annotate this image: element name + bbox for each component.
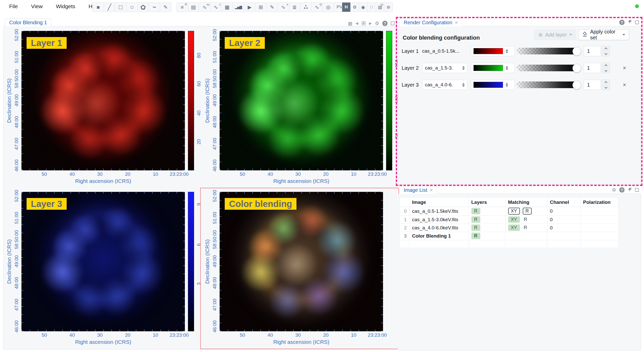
col-layers[interactable]: Layers xyxy=(469,198,505,207)
layer-list-button[interactable]: ≣ xyxy=(289,2,300,12)
tab-color-blending-1[interactable]: Color Blending 1 xyxy=(5,18,51,26)
matching-r-button[interactable]: R xyxy=(524,217,527,222)
remove-layer-button[interactable]: × xyxy=(623,65,626,72)
preferences-button[interactable]: ⚙ xyxy=(350,2,359,12)
image-panel-layer3[interactable]: Declination (ICRS) 52:00 51:00 58:50:00 … xyxy=(6,190,200,348)
alpha-slider[interactable] xyxy=(517,81,580,88)
remove-layer-button[interactable]: × xyxy=(623,81,626,88)
polyline-tool-button[interactable]: ~ xyxy=(149,2,160,12)
matching-xy-button[interactable]: XY xyxy=(508,208,520,215)
matching-r-button[interactable]: R xyxy=(524,225,527,230)
rectangle-tool-button[interactable]: □ xyxy=(115,2,126,12)
tab-image-list[interactable]: Image List × xyxy=(399,186,437,194)
edit-region-tool-button[interactable]: ✎ xyxy=(160,2,171,12)
matching-xy-button[interactable]: XY xyxy=(508,216,520,223)
sky-image-layer2[interactable]: Layer 2 xyxy=(220,31,383,170)
image-panel-layer1[interactable]: Declination (ICRS) 52:00 51:00 58:50:00 … xyxy=(6,29,200,187)
layout-button[interactable]: ⊞ xyxy=(255,2,267,12)
point-tool-button[interactable]: ■ xyxy=(92,2,104,12)
previous-page-icon[interactable]: ◀ xyxy=(355,21,358,25)
alpha-value-input[interactable]: 1 xyxy=(584,80,601,90)
profile-fitting-button[interactable]: ∿Q xyxy=(311,2,323,12)
sky-image-layer3[interactable]: Layer 3 xyxy=(21,192,185,331)
grid-compact-icon[interactable]: ▦ xyxy=(348,20,352,26)
smoothing-button[interactable]: ∷ xyxy=(367,2,376,12)
sky-image-layer1[interactable]: Layer 1 xyxy=(21,31,185,170)
polygon-tool-button[interactable] xyxy=(137,2,149,12)
maximize-icon[interactable] xyxy=(635,20,639,24)
grid-layout-icon[interactable]: ⊞ xyxy=(361,20,366,27)
image-panel-layer2[interactable]: Declination (ICRS) 52:00 51:00 58:50:00 … xyxy=(204,29,398,187)
raster-layer-badge[interactable]: R xyxy=(471,208,480,214)
spectral-profiler-button[interactable]: ∿z xyxy=(210,2,222,12)
menu-file[interactable]: File xyxy=(3,3,25,9)
menu-widgets[interactable]: Widgets xyxy=(49,3,82,9)
next-page-icon[interactable]: ▶ xyxy=(369,21,372,25)
apply-color-set-button[interactable]: Apply color set xyxy=(578,29,629,40)
matching-r-button[interactable]: R xyxy=(523,208,532,215)
catalog-button[interactable]: ◎ xyxy=(323,2,334,12)
colorbar-red[interactable] xyxy=(188,31,194,170)
stepper-up-button[interactable] xyxy=(602,63,610,68)
close-icon[interactable]: × xyxy=(430,187,433,193)
menu-view[interactable]: View xyxy=(25,3,49,9)
stepper-down-button[interactable] xyxy=(602,85,610,90)
line-tool-button[interactable]: ╱ xyxy=(104,2,115,12)
raster-layer-badge[interactable]: R xyxy=(471,216,480,223)
help-icon[interactable]: ? xyxy=(382,21,388,26)
table-row[interactable]: 0 cas_a_0.5-1.5keV.fits R XY R 0 xyxy=(400,207,618,216)
colorbar-green[interactable] xyxy=(386,31,392,170)
table-row[interactable]: 2 cas_a_4.0-6.0keV.fits R XY R 0 xyxy=(400,224,618,232)
help-icon[interactable]: ? xyxy=(619,20,625,25)
log-button[interactable]: ▤ xyxy=(188,2,199,12)
alpha-value-input[interactable]: 1 xyxy=(584,46,601,56)
spatial-profiler-button[interactable]: ∿xy xyxy=(199,2,210,12)
col-channel[interactable]: Channel xyxy=(547,198,580,207)
viewer-settings-gear-icon[interactable]: ⚙ xyxy=(375,20,379,26)
alpha-slider[interactable] xyxy=(517,65,580,71)
layer2-source-file-select[interactable]: cas_a_1.5-3. xyxy=(422,63,468,73)
layer3-source-file-select[interactable]: cas_a_4.0-6. xyxy=(422,80,468,90)
col-polarization[interactable]: Polarization xyxy=(580,198,618,207)
file-header-button[interactable]: H xyxy=(342,2,351,12)
statistics-button[interactable]: ▦ xyxy=(221,2,233,12)
table-row[interactable]: 1 cas_a_1.5-3.0keV.fits R XY R 0 xyxy=(400,216,618,224)
scatter-plot-button[interactable]: ∴ xyxy=(300,2,312,12)
tab-render-configuration[interactable]: Render Configuration × xyxy=(399,18,462,26)
colorbar-blue[interactable] xyxy=(188,192,194,331)
colormap-select-green[interactable] xyxy=(471,63,515,73)
stepper-up-button[interactable] xyxy=(602,80,610,85)
maximize-icon[interactable] xyxy=(635,188,639,192)
close-icon[interactable]: × xyxy=(455,20,458,26)
col-image[interactable]: Image xyxy=(409,198,469,207)
stepper-down-button[interactable] xyxy=(602,68,610,73)
table-row[interactable]: 3 Color Blending 1 R xyxy=(400,232,618,240)
colormap-select-blue[interactable] xyxy=(471,80,515,90)
stepper-down-button[interactable] xyxy=(602,52,610,56)
histogram-button[interactable]: ▂▅▇ xyxy=(233,2,244,12)
matching-xy-button[interactable]: XY xyxy=(508,225,520,231)
maximize-icon[interactable] xyxy=(391,21,395,25)
colormap-select-red[interactable] xyxy=(471,46,515,56)
catalog-plot-button[interactable]: ▧xy xyxy=(376,2,384,12)
help-icon[interactable]: ? xyxy=(619,187,625,193)
image-panel-color-blending[interactable]: Declination (ICRS) 52:00 51:00 58:50:00 … xyxy=(204,190,398,348)
raster-layer-badge[interactable]: R xyxy=(471,233,480,239)
raster-layer-badge[interactable]: R xyxy=(471,225,480,231)
ellipse-tool-button[interactable]: ○ xyxy=(126,2,138,12)
alpha-value-input[interactable]: 1 xyxy=(584,63,601,73)
col-matching[interactable]: Matching xyxy=(505,198,547,207)
animator-button[interactable]: ▶ xyxy=(244,2,255,12)
settings-gear-icon[interactable]: ⚙ xyxy=(612,187,616,193)
stepper-up-button[interactable] xyxy=(602,46,610,51)
stokes-profiler-button[interactable]: ∿s xyxy=(278,2,289,12)
alpha-slider[interactable] xyxy=(517,48,580,54)
add-layer-button[interactable]: ⊕ Add layer xyxy=(534,29,576,40)
online-catalog-query-button[interactable]: ⊚ xyxy=(384,2,393,12)
region-list-button[interactable]: ≡R xyxy=(176,2,188,12)
sky-image-color-blending[interactable]: Color blending xyxy=(220,192,383,331)
moment-generator-button[interactable]: ◉ xyxy=(359,2,367,12)
pin-icon[interactable] xyxy=(628,19,632,25)
image-edit-button[interactable]: ✎ xyxy=(266,2,278,12)
pin-icon[interactable] xyxy=(628,187,632,193)
